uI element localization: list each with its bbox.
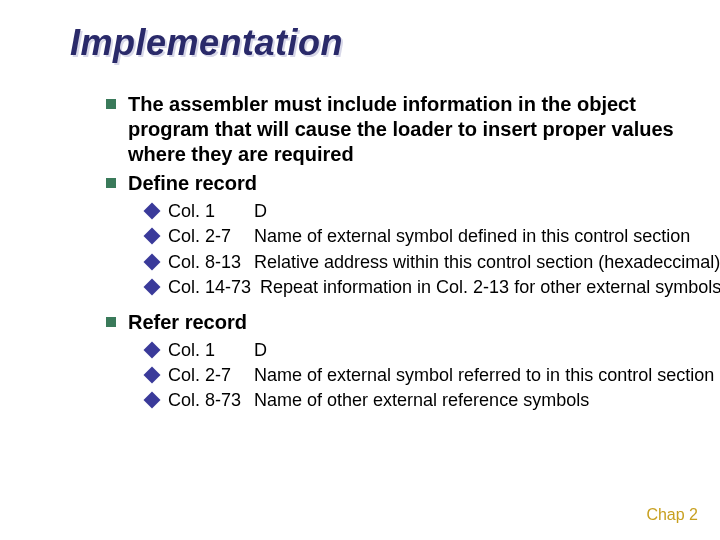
col-label: Col. 14-73: [168, 276, 260, 299]
bullet-item: Define record: [106, 171, 696, 196]
sub-text: Col. 1D: [168, 339, 267, 362]
diamond-bullet-icon: [144, 341, 161, 358]
sub-text: Col. 1D: [168, 200, 267, 223]
col-label: Col. 2-7: [168, 364, 254, 387]
bullet-text: The assembler must include information i…: [128, 92, 696, 167]
col-desc: D: [254, 201, 267, 221]
col-desc: Relative address within this control sec…: [254, 252, 720, 272]
sub-text: Col. 2-7Name of external symbol defined …: [168, 225, 690, 248]
diamond-bullet-icon: [144, 392, 161, 409]
square-bullet-icon: [106, 178, 116, 188]
col-label: Col. 8-13: [168, 251, 254, 274]
col-desc: Name of external symbol referred to in t…: [254, 365, 714, 385]
bullet-item: The assembler must include information i…: [106, 92, 696, 167]
diamond-bullet-icon: [144, 253, 161, 270]
col-desc: Name of other external reference symbols: [254, 390, 589, 410]
refer-record-list: Col. 1D Col. 2-7Name of external symbol …: [146, 339, 696, 413]
sub-text: Col. 14-73Repeat information in Col. 2-1…: [168, 276, 720, 299]
sub-item: Col. 8-73Name of other external referenc…: [146, 389, 696, 412]
col-label: Col. 1: [168, 339, 254, 362]
sub-item: Col. 2-7Name of external symbol referred…: [146, 364, 696, 387]
slide-title: Implementation: [70, 22, 343, 64]
slide-footer: Chap 2: [646, 506, 698, 524]
col-desc: Repeat information in Col. 2-13 for othe…: [260, 277, 720, 297]
sub-item: Col. 14-73Repeat information in Col. 2-1…: [146, 276, 696, 299]
title-block: Implementation Implementation: [70, 22, 696, 74]
sub-item: Col. 8-13Relative address within this co…: [146, 251, 696, 274]
square-bullet-icon: [106, 99, 116, 109]
slide: Implementation Implementation The assemb…: [0, 0, 720, 540]
col-desc: D: [254, 340, 267, 360]
square-bullet-icon: [106, 317, 116, 327]
bullet-text: Refer record: [128, 310, 247, 335]
bullet-group: The assembler must include information i…: [106, 92, 696, 196]
diamond-bullet-icon: [144, 366, 161, 383]
define-record-list: Col. 1D Col. 2-7Name of external symbol …: [146, 200, 696, 300]
diamond-bullet-icon: [144, 203, 161, 220]
col-desc: Name of external symbol defined in this …: [254, 226, 690, 246]
sub-item: Col. 1D: [146, 200, 696, 223]
diamond-bullet-icon: [144, 279, 161, 296]
sub-item: Col. 1D: [146, 339, 696, 362]
diamond-bullet-icon: [144, 228, 161, 245]
sub-text: Col. 8-13Relative address within this co…: [168, 251, 720, 274]
bullet-group: Refer record: [106, 310, 696, 335]
col-label: Col. 8-73: [168, 389, 254, 412]
col-label: Col. 2-7: [168, 225, 254, 248]
sub-text: Col. 2-7Name of external symbol referred…: [168, 364, 714, 387]
bullet-item: Refer record: [106, 310, 696, 335]
bullet-text: Define record: [128, 171, 257, 196]
sub-item: Col. 2-7Name of external symbol defined …: [146, 225, 696, 248]
sub-text: Col. 8-73Name of other external referenc…: [168, 389, 589, 412]
col-label: Col. 1: [168, 200, 254, 223]
